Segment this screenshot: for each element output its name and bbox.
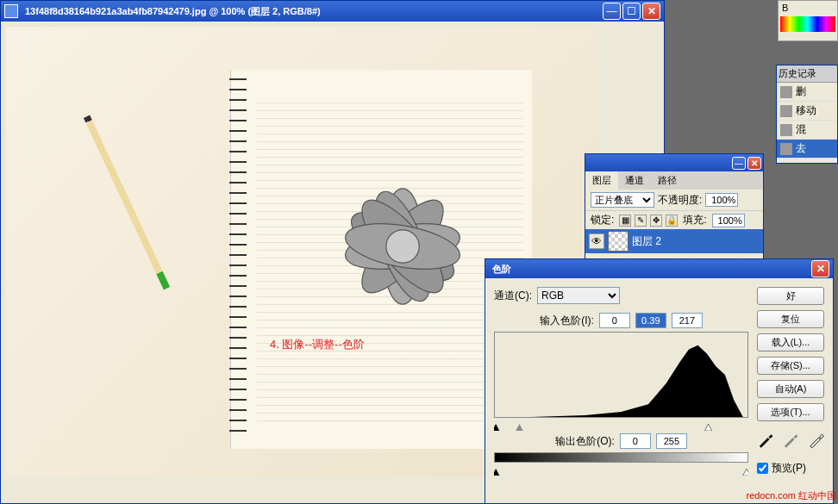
lock-icons: ▦ ✎ ✥ 🔒 [619,215,678,227]
watermark: redocn.com 红动中国 [746,489,836,502]
blend-mode-select[interactable]: 正片叠底 [591,192,654,208]
input-black-point[interactable] [599,313,630,328]
layer-name: 图层 2 [632,234,661,249]
window-controls: — ☐ ✕ [603,3,660,20]
doc-title: 13f48f8d38164b921a3ab4fb87942479.jpg @ 1… [22,5,603,18]
input-white-point[interactable] [672,313,703,328]
fill-label: 填充: [683,213,706,227]
blue-label: B [779,1,837,15]
lock-label: 锁定: [591,213,614,227]
lock-transparency-icon[interactable]: ▦ [619,215,631,227]
save-button[interactable]: 存储(S)... [757,357,824,375]
history-panel: 历史记录 删 移动 混 去 [776,65,838,164]
levels-close-button[interactable]: ✕ [811,260,829,277]
output-gradient [494,452,748,463]
layers-panel-header[interactable]: — ✕ [585,154,763,171]
levels-titlebar[interactable]: 色阶 ✕ [485,259,833,278]
lock-all-icon[interactable]: 🔒 [666,215,678,227]
blend-row: 正片叠底 不透明度: [585,190,763,210]
opacity-label: 不透明度: [658,193,702,208]
reset-button[interactable]: 复位 [757,310,824,328]
tab-layers[interactable]: 图层 [585,171,618,190]
histogram [494,332,748,418]
close-button[interactable]: ✕ [642,3,660,20]
input-slider-track[interactable] [494,421,748,428]
ok-button[interactable]: 好 [757,287,824,305]
levels-dialog: 色阶 ✕ 通道(C): RGB 输入色阶(I): [485,258,834,504]
blend-icon [780,124,792,136]
fill-input[interactable] [712,214,745,227]
layers-panel: — ✕ 图层 通道 路径 正片叠底 不透明度: 锁定: ▦ ✎ ✥ 🔒 填充: … [585,153,764,265]
output-levels-row: 输出色阶(O): [494,433,748,449]
svg-marker-8 [494,424,499,431]
preview-label: 预览(P) [772,461,806,476]
input-levels-label: 输入色阶(I): [540,314,594,328]
document-icon [4,4,18,18]
layer-row[interactable]: 👁 图层 2 [585,229,763,253]
preview-row: 预览(P) [757,461,824,476]
tab-paths[interactable]: 路径 [651,171,684,190]
history-item[interactable]: 移动 [777,102,837,121]
svg-marker-10 [704,424,711,431]
tab-channels[interactable]: 通道 [618,171,651,190]
panel-close-button[interactable]: ✕ [747,157,761,170]
lock-row: 锁定: ▦ ✎ ✥ 🔒 填充: [585,210,763,229]
levels-buttons: 好 复位 载入(L)... 存储(S)... 自动(A) 选项(T)... 预览… [757,287,824,478]
move-icon [780,105,792,117]
svg-point-7 [386,230,419,263]
eyedropper-white-icon[interactable] [808,432,824,449]
preview-checkbox[interactable] [757,463,768,474]
levels-body: 通道(C): RGB 输入色阶(I): [485,278,833,487]
history-item-active[interactable]: 去 [777,140,837,159]
channel-select[interactable]: RGB [537,287,620,304]
pencil-graphic [84,115,170,290]
auto-button[interactable]: 自动(A) [757,380,824,398]
panel-minimize-button[interactable]: — [732,157,746,170]
svg-marker-11 [494,469,499,476]
visibility-eye-icon[interactable]: 👁 [589,233,604,249]
history-item[interactable]: 删 [777,83,837,102]
svg-marker-12 [743,469,748,476]
output-levels-label: 输出色阶(O): [555,434,615,449]
input-gamma[interactable] [635,313,666,328]
color-panel: B [778,0,838,41]
svg-marker-9 [516,424,522,431]
lock-brush-icon[interactable]: ✎ [635,215,647,227]
lock-move-icon[interactable]: ✥ [650,215,662,227]
maximize-button[interactable]: ☐ [622,3,641,20]
options-button[interactable]: 选项(T)... [757,403,824,421]
output-white-point[interactable] [656,433,687,449]
doc-titlebar[interactable]: 13f48f8d38164b921a3ab4fb87942479.jpg @ 1… [1,1,664,22]
history-item[interactable]: 混 [777,121,837,140]
output-slider-track[interactable] [494,466,748,473]
load-button[interactable]: 载入(L)... [757,333,824,352]
eyedropper-row [757,432,824,449]
file-icon [780,86,792,98]
opacity-input[interactable] [705,193,738,207]
layer-thumbnail[interactable] [608,231,628,252]
history-tab[interactable]: 历史记录 [777,65,837,83]
eyedropper-black-icon[interactable] [757,432,773,449]
levels-title: 色阶 [489,263,811,276]
channel-label: 通道(C): [494,289,532,303]
spectrum-strip[interactable] [780,16,835,32]
minimize-button[interactable]: — [603,3,621,20]
layers-tabs: 图层 通道 路径 [585,171,763,190]
channel-row: 通道(C): RGB [494,287,748,304]
output-black-point[interactable] [620,433,651,449]
input-levels-row: 输入色阶(I): [494,313,748,328]
eyedropper-gray-icon[interactable] [782,432,798,449]
lotus-flower [299,143,506,350]
desat-icon [780,143,792,155]
annotation-text: 4. 图像--调整--色阶 [270,337,365,352]
